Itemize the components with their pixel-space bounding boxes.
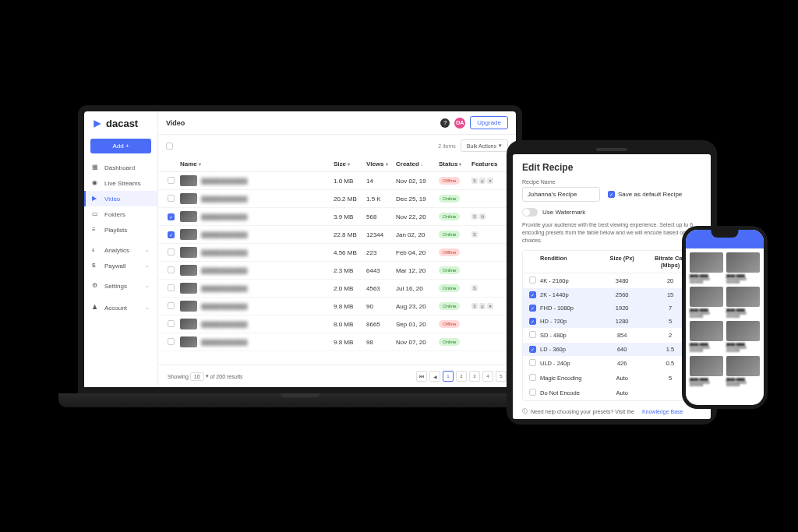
pagination-page[interactable]: 3 [469,371,480,382]
rendition-checkbox[interactable] [529,359,536,366]
rendition-row[interactable]: Magic EncodingAuto5 [523,371,701,386]
pagination-page[interactable]: 2 [456,371,467,382]
phone-card[interactable]: ████ ████████████████████████ [690,356,723,387]
bulk-actions-dropdown[interactable]: Bulk Actions▾ [461,139,508,152]
rendition-checkbox[interactable]: ✓ [529,346,536,353]
table-row[interactable]: ████████████ 9.8 MB 98 Nov 07, 20 Online [158,333,516,351]
rendition-row[interactable]: ✓2K - 1440p256015 [523,288,701,301]
pagination-page[interactable]: 1 [443,371,454,382]
cell-views: 223 [366,249,396,256]
column-size[interactable]: Size▾ [334,160,366,167]
column-features: Features [471,160,507,167]
add-button[interactable]: Add + [90,139,151,153]
chevron-down-icon: ⌄ [145,262,150,269]
rendition-checkbox[interactable]: ✓ [529,318,536,325]
column-views[interactable]: Views▾ [366,160,396,167]
rendition-row[interactable]: ✓HD - 720p12805 [523,315,701,328]
video-title: ████████████ [201,196,248,202]
column-created[interactable]: Created↓ [396,160,439,167]
table-row[interactable]: ████████████ 4.56 MB 223 Feb 04, 20 Offl… [158,244,516,262]
avatar[interactable]: DA [454,118,465,129]
rendition-row[interactable]: ULD - 240p4260.5 [523,356,701,371]
table-row[interactable]: ████████████ 1.0 MB 14 Nov 02, 19 Offlin… [158,172,516,190]
pagination-prev[interactable]: ◀ [429,371,440,382]
select-all-checkbox[interactable] [166,143,173,150]
phone-card[interactable]: ████ ████████████████████████ [690,252,723,284]
sidebar-item-live-streams[interactable]: ◉Live Streams [84,175,157,191]
row-checkbox[interactable] [168,320,175,327]
feature-icon: ● [487,178,493,184]
row-checkbox[interactable] [168,266,175,273]
per-page-select[interactable]: 10 [190,372,204,381]
upgrade-button[interactable]: Upgrade [470,116,508,129]
rendition-row[interactable]: SD - 480p8542 [523,328,701,343]
phone-card[interactable]: ████ ████████████████████████ [690,321,723,352]
cell-created: Aug 23, 20 [396,303,439,310]
sidebar-item-playlists[interactable]: ≡Playlists [84,222,157,238]
phone-card[interactable]: ████ ████████████████████████ [690,287,723,318]
dashboard-icon: ▦ [92,164,100,171]
sidebar-item-paywall[interactable]: $Paywall⌄ [84,258,157,273]
phone-card[interactable]: ████ ████████████████████████ [726,252,760,284]
table-row[interactable]: ████████████ 8.0 MB 8665 Sep 01, 20 Offl… [158,315,516,333]
rendition-checkbox[interactable] [529,331,536,338]
cell-size: 2.0 MB [334,285,366,292]
video-thumbnail [180,301,197,312]
sidebar-item-account[interactable]: ♟Account⌄ [84,300,157,315]
chevron-down-icon: ▾ [499,143,502,149]
row-checkbox[interactable] [168,248,175,255]
table-row[interactable]: ████████████ 9.8 MB 90 Aug 23, 20 Online… [158,298,516,315]
rendition-checkbox[interactable] [529,389,536,396]
sidebar-item-analytics[interactable]: ⫰Analytics⌄ [84,242,157,258]
row-checkbox[interactable] [168,338,175,345]
col-rendition: Rendition [540,255,598,269]
rendition-row[interactable]: 4K - 2160p348020 [523,273,701,288]
cell-size: 20.2 MB [334,196,366,203]
column-status[interactable]: Status▾ [439,160,471,167]
help-icon[interactable]: ? [440,118,450,128]
watermark-toggle[interactable] [522,208,538,217]
column-name[interactable]: Name▾ [180,160,334,167]
row-checkbox[interactable] [168,195,175,202]
row-checkbox[interactable] [168,177,175,184]
phone-card[interactable]: ████ ████████████████████████ [726,356,760,387]
table-row[interactable]: ████████████ 20.2 MB 1.5 K Dec 25, 19 On… [158,190,516,208]
analytics-icon: ⫰ [92,246,100,254]
cell-views: 98 [366,339,396,346]
table-row[interactable]: ✓ ████████████ 22.8 MB 12344 Jan 02, 20 … [158,226,516,244]
table-row[interactable]: ████████████ 2.3 MB 6443 Mar 12, 20 Onli… [158,262,516,280]
rendition-row[interactable]: Do Not EncodeAuto [523,386,701,400]
recipe-name-input[interactable]: Johanna's Recipe [522,187,600,202]
card-thumbnail [726,356,760,376]
pagination-page[interactable]: 4 [482,371,493,382]
cell-created: Dec 25, 19 [396,196,439,203]
rendition-checkbox[interactable]: ✓ [529,291,536,298]
status-badge: Online [439,231,460,238]
rendition-row[interactable]: ✓FHD - 1080p19207 [523,301,701,315]
rendition-checkbox[interactable]: ✓ [529,305,536,312]
sidebar-item-video[interactable]: ▶Video [84,191,157,206]
row-checkbox[interactable]: ✓ [168,213,175,220]
cell-views: 1.5 K [366,196,396,203]
row-checkbox[interactable] [168,302,175,309]
phone-card[interactable]: ████ ████████████████████████ [726,321,760,352]
table-row[interactable]: ✓ ████████████ 3.9 MB 568 Nov 22, 20 Onl… [158,208,516,226]
knowledge-base-link[interactable]: Knowledge Base [642,409,683,414]
sidebar-item-settings[interactable]: ⚙Settings⌄ [84,278,157,294]
row-checkbox[interactable]: ✓ [168,231,175,238]
pagination-page[interactable]: 5 [496,371,507,382]
cell-views: 12344 [366,231,396,238]
row-checkbox[interactable] [168,284,175,291]
phone-card[interactable]: ████ ████████████████████████ [726,287,760,318]
save-default-checkbox[interactable]: ✓ [608,191,615,198]
sidebar-item-folders[interactable]: ▭Folders [84,206,157,222]
table-row[interactable]: ████████████ 2.0 MB 4563 Jul 16, 20 Onli… [158,280,516,298]
sidebar: dacast Add + ▦Dashboard◉Live Streams▶Vid… [84,111,158,387]
rendition-row[interactable]: ✓LD - 360p6401.5 [523,343,701,356]
sidebar-item-dashboard[interactable]: ▦Dashboard [84,160,157,175]
rendition-checkbox[interactable] [529,277,536,284]
pagination-prev[interactable]: ⏮ [416,371,427,382]
video-title: ████████████ [201,322,248,327]
stream-icon: ◉ [92,179,100,187]
rendition-checkbox[interactable] [529,374,536,381]
